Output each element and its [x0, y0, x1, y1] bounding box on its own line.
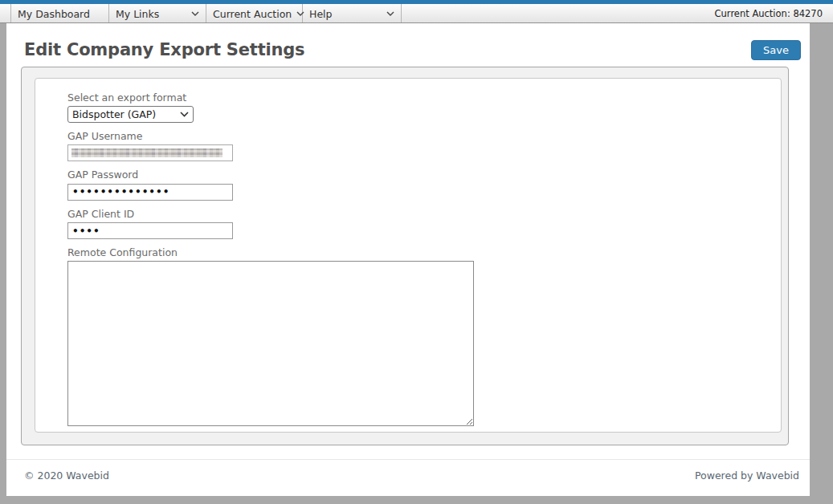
- export-format-label: Select an export format: [67, 91, 781, 104]
- export-format-group: Select an export format Bidspotter (GAP): [67, 91, 781, 123]
- gap-password-label: GAP Password: [67, 169, 781, 181]
- copyright-text: © 2020 Wavebid: [24, 469, 109, 482]
- remote-configuration-textarea[interactable]: [67, 261, 474, 426]
- nav-item-help[interactable]: Help: [303, 4, 402, 22]
- content-card: Edit Company Export Settings Save Select…: [6, 23, 810, 496]
- save-button[interactable]: Save: [751, 40, 801, 60]
- powered-by-text: Powered by Wavebid: [695, 469, 799, 482]
- gap-password-input[interactable]: [67, 184, 233, 201]
- nav-spacer: [0, 4, 11, 22]
- page-footer: © 2020 Wavebid Powered by Wavebid: [6, 459, 810, 496]
- main-nav: My Dashboard My Links Current Auction He…: [0, 4, 833, 23]
- export-format-select-wrap: Bidspotter (GAP): [67, 106, 194, 121]
- chevron-down-icon: [386, 11, 394, 16]
- remote-configuration-label: Remote Configuration: [67, 246, 781, 258]
- gap-password-group: GAP Password: [67, 169, 781, 201]
- nav-item-label: Help: [309, 7, 333, 20]
- nav-item-label: Current Auction: [213, 7, 292, 20]
- remote-configuration-group: Remote Configuration: [67, 246, 781, 429]
- nav-item-label: My Dashboard: [18, 7, 90, 20]
- gap-username-group: GAP Username: [67, 130, 781, 161]
- chevron-down-icon: [191, 11, 199, 16]
- page-header: Edit Company Export Settings Save: [6, 23, 810, 60]
- gap-username-label: GAP Username: [67, 130, 781, 142]
- page-title: Edit Company Export Settings: [24, 39, 304, 60]
- gap-client-id-input[interactable]: [67, 222, 233, 239]
- nav-item-label: My Links: [116, 7, 159, 20]
- current-auction-status: Current Auction: 84270: [715, 4, 833, 22]
- nav-item-current-auction[interactable]: Current Auction: [206, 4, 303, 22]
- gap-username-input[interactable]: [67, 144, 233, 161]
- export-format-select[interactable]: Bidspotter (GAP): [67, 106, 194, 123]
- nav-item-my-links[interactable]: My Links: [109, 4, 206, 22]
- nav-item-my-dashboard[interactable]: My Dashboard: [11, 4, 109, 22]
- form-outer-panel: Select an export format Bidspotter (GAP)…: [21, 67, 789, 445]
- gap-client-id-group: GAP Client ID: [67, 208, 781, 240]
- redacted-value: [71, 148, 223, 157]
- form-inner-panel: Select an export format Bidspotter (GAP)…: [35, 78, 782, 433]
- gap-client-id-label: GAP Client ID: [67, 208, 781, 220]
